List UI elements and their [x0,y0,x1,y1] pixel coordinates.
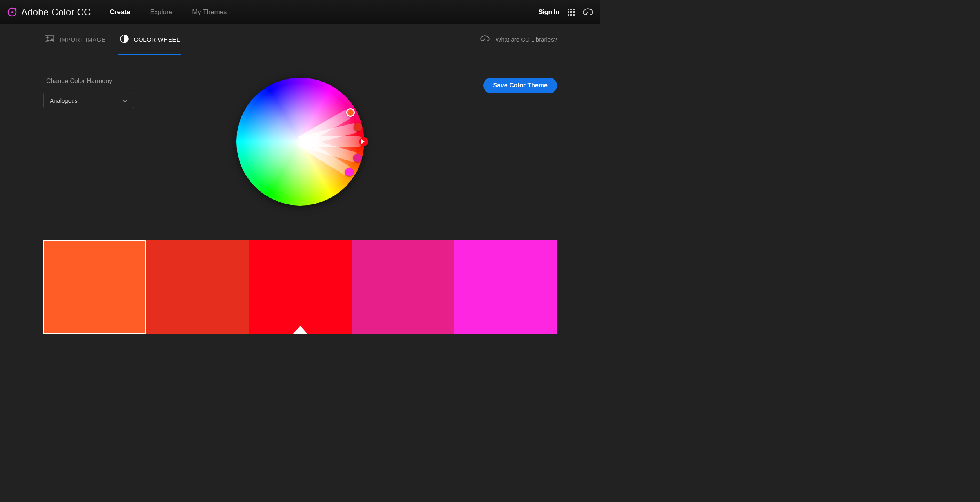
color-swatch[interactable] [146,240,249,334]
wheel-marker[interactable] [359,137,368,146]
tab-import-image[interactable]: IMPORT IMAGE [43,24,107,55]
svg-rect-8 [573,11,575,13]
color-swatch[interactable] [454,240,557,334]
wheel-marker[interactable] [345,168,354,176]
creative-cloud-icon [480,35,490,44]
svg-rect-11 [573,14,575,16]
wheel-marker[interactable] [354,123,362,131]
tabs-row: IMPORT IMAGE COLOR WHEEL What are CC Lib… [43,24,557,55]
color-wheel-logo-icon [7,7,17,17]
color-swatch[interactable] [249,240,351,334]
image-icon [45,35,54,44]
wheel-marker[interactable] [346,108,355,117]
app-title: Adobe Color CC [21,7,91,18]
half-circle-icon [120,35,129,44]
topbar-right: Sign In [539,8,593,16]
nav-my-themes[interactable]: My Themes [192,8,227,16]
tab-color-wheel[interactable]: COLOR WHEEL [118,24,181,55]
cc-libraries-link[interactable]: What are CC Libraries? [480,35,557,44]
svg-rect-5 [573,9,575,10]
svg-rect-9 [568,14,569,16]
cc-libraries-label: What are CC Libraries? [495,36,557,43]
app-logo[interactable]: Adobe Color CC [7,7,91,18]
nav-create[interactable]: Create [110,8,131,16]
nav-explore[interactable]: Explore [150,8,172,16]
color-swatch[interactable] [352,240,454,334]
editor-area: Change Color Harmony Analogous Save Colo… [43,55,557,334]
svg-rect-3 [568,9,569,10]
apps-grid-icon[interactable] [567,8,575,16]
harmony-rule-select[interactable]: Analogous [43,93,134,108]
sign-in-link[interactable]: Sign In [539,9,559,16]
wheel-markers-layer [236,78,364,206]
content-area: IMPORT IMAGE COLOR WHEEL What are CC Lib… [0,24,600,334]
save-theme-button[interactable]: Save Color Theme [483,78,557,93]
color-swatch[interactable] [43,240,146,334]
svg-rect-10 [570,14,572,16]
color-wheel[interactable] [236,78,364,206]
svg-point-13 [47,37,48,38]
svg-rect-6 [568,11,569,13]
top-bar: Adobe Color CC Create Explore My Themes … [0,0,600,24]
wheel-marker[interactable] [353,154,362,162]
svg-rect-4 [570,9,572,10]
creative-cloud-icon[interactable] [583,8,593,16]
harmony-selected-value: Analogous [50,97,78,104]
chevron-down-icon [123,97,127,104]
svg-rect-7 [570,11,572,13]
main-nav: Create Explore My Themes [110,8,227,16]
swatch-row [43,240,557,334]
tab-color-wheel-label: COLOR WHEEL [134,36,180,43]
tab-import-image-label: IMPORT IMAGE [60,36,106,43]
base-color-indicator-icon [292,326,308,334]
svg-point-1 [15,8,17,10]
svg-point-2 [11,11,13,13]
